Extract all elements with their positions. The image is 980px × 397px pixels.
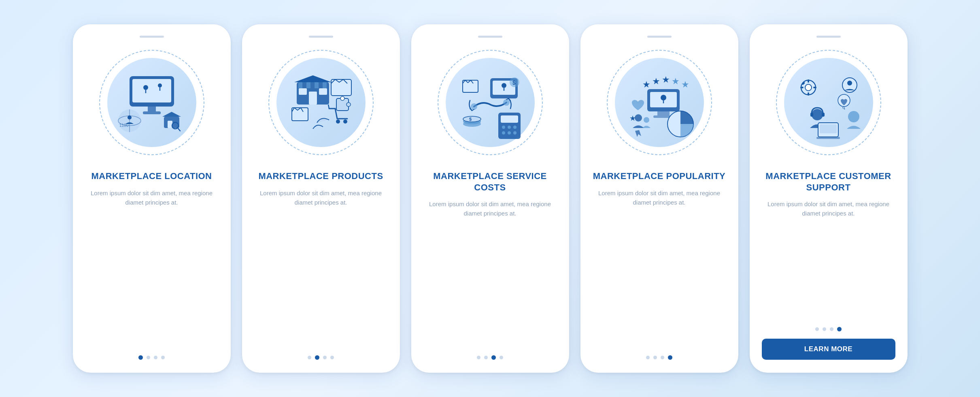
dot-2: [823, 327, 826, 331]
svg-rect-20: [309, 92, 317, 105]
svg-rect-21: [299, 88, 307, 95]
dot-2: [315, 355, 319, 360]
dot-3: [323, 356, 327, 359]
dots-costs: [477, 346, 503, 360]
card-body-costs: Lorem ipsum dolor sit dim amet, mea regi…: [423, 199, 557, 346]
svg-point-72: [812, 109, 823, 120]
dot-1: [477, 356, 480, 359]
svg-rect-19: [323, 82, 327, 88]
svg-point-43: [513, 126, 517, 129]
svg-point-49: [463, 116, 481, 122]
svg-rect-59: [657, 111, 670, 115]
svg-rect-4: [148, 107, 156, 111]
dots-location: [138, 346, 165, 360]
svg-point-58: [661, 95, 666, 100]
illustration-costs: $: [434, 46, 547, 159]
svg-rect-22: [319, 88, 327, 95]
drag-handle-1: [140, 36, 164, 38]
svg-text:1100: 1100: [119, 123, 129, 128]
svg-point-24: [336, 120, 340, 124]
dot-4: [161, 356, 165, 359]
svg-point-3: [158, 83, 162, 88]
svg-point-38: [503, 99, 510, 106]
dots-products: [308, 346, 334, 360]
svg-rect-17: [306, 82, 310, 88]
dot-4: [668, 355, 672, 360]
svg-line-14: [178, 128, 180, 131]
svg-point-46: [513, 131, 517, 134]
svg-point-41: [502, 126, 505, 129]
card-body-products: Lorem ipsum dolor sit dim amet, mea regi…: [254, 188, 388, 347]
dot-4: [837, 327, 842, 331]
cards-container: 1100 MARKETPLACE LOCATION Lorem ipsum do…: [49, 8, 932, 389]
svg-rect-77: [816, 137, 840, 139]
card-title-location: MARKETPLACE LOCATION: [91, 171, 212, 182]
svg-point-30: [347, 102, 351, 107]
svg-rect-5: [143, 111, 161, 114]
svg-rect-27: [292, 108, 308, 121]
card-location: 1100 MARKETPLACE LOCATION Lorem ipsum do…: [73, 24, 231, 373]
drag-handle-4: [647, 36, 672, 38]
dot-3: [154, 356, 157, 359]
popularity-icon: ★ ★ ★ ★ ★: [615, 60, 704, 145]
costs-icon: $: [446, 60, 535, 145]
card-body-location: Lorem ipsum dolor sit dim amet, mea regi…: [85, 188, 219, 347]
learn-more-button[interactable]: LEARN MORE: [762, 339, 895, 360]
svg-rect-76: [820, 124, 837, 133]
svg-point-9: [128, 115, 132, 120]
svg-point-25: [343, 120, 347, 124]
svg-text:$: $: [469, 117, 472, 122]
svg-point-29: [340, 96, 344, 100]
dot-4: [500, 356, 503, 359]
card-support: MARKETPLACE CUSTOMER SUPPORT Lorem ipsum…: [750, 24, 908, 373]
svg-rect-40: [501, 115, 518, 123]
dot-4: [330, 356, 334, 359]
card-title-support: MARKETPLACE CUSTOMER SUPPORT: [762, 171, 895, 193]
svg-text:★: ★: [672, 76, 680, 86]
svg-text:★: ★: [662, 75, 670, 85]
svg-rect-23: [331, 79, 351, 96]
illustration-location: 1100: [95, 46, 208, 159]
card-body-popularity: Lorem ipsum dolor sit dim amet, mea regi…: [593, 188, 726, 347]
dot-1: [308, 356, 311, 359]
svg-text:★: ★: [652, 76, 660, 86]
dot-2: [147, 356, 150, 359]
svg-point-63: [644, 117, 649, 123]
dots-support: [815, 318, 842, 331]
svg-rect-12: [168, 121, 172, 128]
dot-1: [646, 356, 650, 359]
dot-1: [815, 327, 819, 331]
svg-rect-74: [822, 113, 825, 117]
svg-point-79: [847, 81, 852, 85]
svg-point-66: [805, 84, 812, 91]
products-icon: [276, 60, 366, 145]
svg-rect-68: [808, 92, 809, 96]
card-title-products: MARKETPLACE PRODUCTS: [258, 171, 383, 182]
svg-rect-16: [298, 82, 302, 88]
svg-rect-31: [463, 80, 478, 92]
dot-1: [138, 355, 143, 360]
svg-point-80: [848, 111, 859, 122]
illustration-products: [264, 46, 378, 159]
card-products: MARKETPLACE PRODUCTS Lorem ipsum dolor s…: [242, 24, 400, 373]
dot-3: [661, 356, 664, 359]
card-body-support: Lorem ipsum dolor sit dim amet, mea regi…: [762, 199, 895, 318]
svg-text:★: ★: [681, 79, 689, 90]
drag-handle-2: [309, 36, 333, 38]
card-title-costs: MARKETPLACE SERVICE COSTS: [423, 171, 557, 193]
svg-line-26: [328, 105, 329, 109]
svg-rect-73: [810, 113, 813, 117]
svg-rect-1: [132, 79, 171, 102]
svg-text:★: ★: [642, 79, 650, 90]
svg-point-44: [502, 131, 505, 134]
card-costs: $: [411, 24, 569, 373]
svg-point-34: [502, 83, 506, 88]
svg-rect-70: [813, 87, 816, 88]
dot-3: [491, 355, 496, 360]
drag-handle-5: [816, 36, 841, 38]
support-icon: [784, 60, 873, 145]
svg-point-42: [508, 126, 511, 129]
svg-point-45: [508, 131, 511, 134]
dot-3: [830, 327, 833, 331]
svg-point-37: [471, 103, 477, 110]
